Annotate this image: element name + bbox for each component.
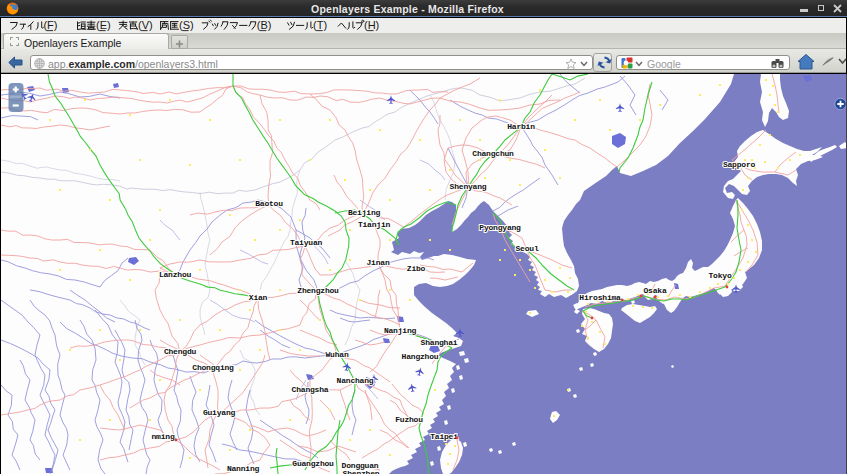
svg-text:Lanzhou: Lanzhou <box>159 270 192 279</box>
svg-text:Beijing: Beijing <box>348 208 381 217</box>
svg-text:Pyongyang: Pyongyang <box>479 223 521 232</box>
svg-text:Nanning: Nanning <box>227 464 260 473</box>
svg-text:Chongqing: Chongqing <box>192 363 234 372</box>
svg-text:Taiyuan: Taiyuan <box>290 238 323 247</box>
svg-text:(B): (B) <box>257 19 272 31</box>
svg-text:Guiyang: Guiyang <box>203 408 236 417</box>
svg-text:Shenzhen: Shenzhen <box>343 469 380 474</box>
svg-text:Baotou: Baotou <box>255 199 283 208</box>
svg-text:Chengdu: Chengdu <box>164 347 197 356</box>
svg-text:Seoul: Seoul <box>515 244 538 253</box>
svg-text:Tokyo: Tokyo <box>708 271 731 280</box>
svg-text:Nanjing: Nanjing <box>384 326 417 335</box>
svg-text:nming: nming <box>151 432 174 441</box>
svg-text:Guangzhou: Guangzhou <box>292 459 334 468</box>
svg-text:(T): (T) <box>313 19 327 31</box>
svg-text:Zibo: Zibo <box>407 264 426 273</box>
svg-text:Sapporo: Sapporo <box>723 160 756 169</box>
svg-text:(H): (H) <box>364 19 379 31</box>
svg-text:Tianjin: Tianjin <box>358 220 391 229</box>
svg-text:Nanchang: Nanchang <box>337 376 374 385</box>
svg-text:Shenyang: Shenyang <box>450 182 487 191</box>
svg-text:Shanghai: Shanghai <box>421 338 458 347</box>
svg-text:Hangzhou: Hangzhou <box>402 352 439 361</box>
svg-text:(F): (F) <box>43 19 57 31</box>
svg-text:Changchun: Changchun <box>472 149 514 158</box>
svg-text:Xian: Xian <box>249 293 268 302</box>
svg-text:Fuzhou: Fuzhou <box>395 415 423 424</box>
svg-text:(V): (V) <box>138 19 153 31</box>
svg-text:Hiroshima: Hiroshima <box>579 293 621 302</box>
svg-text:(S): (S) <box>179 19 194 31</box>
svg-text:Harbin: Harbin <box>507 122 535 131</box>
svg-text:Changsha: Changsha <box>292 385 329 394</box>
svg-text:Taipei: Taipei <box>430 432 458 441</box>
svg-text:Wuhan: Wuhan <box>325 350 348 359</box>
svg-text:Zhengzhou: Zhengzhou <box>297 286 339 295</box>
svg-text:Osaka: Osaka <box>643 286 666 295</box>
svg-text:(E): (E) <box>96 19 111 31</box>
svg-text:Jinan: Jinan <box>366 258 389 267</box>
